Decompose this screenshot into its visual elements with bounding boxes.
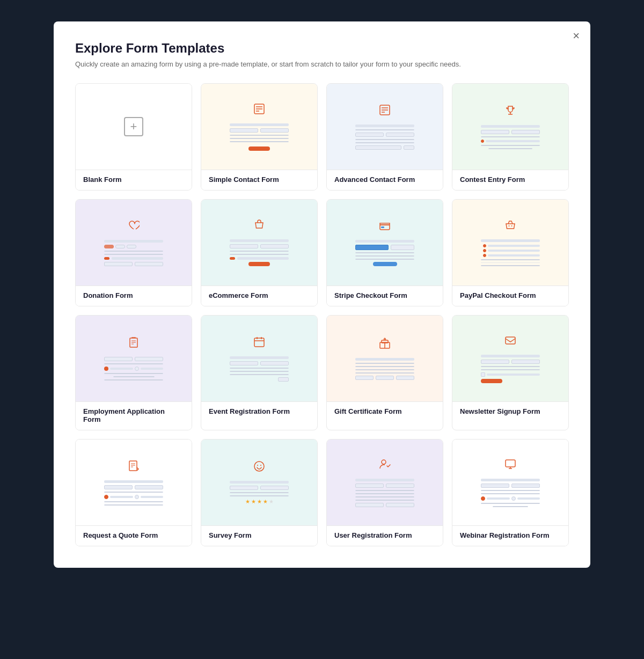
- template-preview-paypal: [452, 200, 568, 285]
- mini-form-contest: [481, 105, 540, 149]
- template-label-event: Event Registration Form: [201, 401, 317, 422]
- mini-form-survey: ★ ★ ★ ★ ★: [230, 460, 289, 504]
- svg-point-11: [509, 225, 510, 226]
- star-4: ★: [263, 499, 268, 504]
- template-card[interactable]: + Blank Form: [75, 83, 192, 191]
- svg-point-29: [254, 462, 264, 471]
- template-label-employment: Employment Application Form: [76, 401, 192, 430]
- modal-overlay[interactable]: × Explore Form Templates Quickly create …: [0, 0, 644, 659]
- svg-point-32: [382, 460, 386, 464]
- form-advanced-icon: [379, 104, 391, 119]
- modal-title: Explore Form Templates: [75, 41, 569, 56]
- template-label-quote: Request a Quote Form: [76, 525, 192, 546]
- template-label-advanced-contact: Advanced Contact Form: [327, 170, 443, 190]
- template-card[interactable]: User Registration Form: [326, 439, 443, 546]
- bag-icon: [253, 219, 265, 234]
- template-card[interactable]: Newsletter Signup Form: [452, 315, 569, 430]
- template-card[interactable]: Employment Application Form: [75, 315, 192, 430]
- mini-form-user-reg: [355, 458, 414, 507]
- template-card[interactable]: PayPal Checkout Form: [452, 199, 569, 306]
- template-preview-user-reg: [327, 440, 443, 525]
- template-preview-quote: [76, 440, 192, 525]
- star-1: ★: [245, 499, 250, 504]
- template-label-contest: Contest Entry Form: [452, 170, 568, 190]
- template-label-blank: Blank Form: [76, 170, 192, 190]
- smile-icon: [253, 460, 265, 475]
- template-card[interactable]: Donation Form: [75, 199, 192, 306]
- modal-subtitle: Quickly create an amazing form by using …: [75, 60, 569, 68]
- template-preview-donation: [76, 200, 192, 285]
- mini-form-simple-contact: [230, 103, 289, 151]
- mini-form-webinar: [481, 458, 540, 507]
- template-card[interactable]: Simple Contact Form: [201, 83, 318, 191]
- template-preview-stripe: [327, 200, 443, 285]
- svg-point-31: [260, 465, 261, 466]
- template-preview-event: [201, 316, 317, 401]
- template-label-simple-contact: Simple Contact Form: [201, 170, 317, 190]
- stripe-icon: [379, 219, 391, 235]
- mini-form-donation: [104, 219, 163, 266]
- star-2: ★: [251, 499, 256, 504]
- mini-form-newsletter: [481, 334, 540, 383]
- mini-form-event: [230, 336, 289, 382]
- monitor-icon: [504, 458, 516, 473]
- svg-point-12: [511, 225, 513, 226]
- template-preview-ecommerce: [201, 200, 317, 285]
- template-label-ecommerce: eCommerce Form: [201, 285, 317, 306]
- template-card[interactable]: Advanced Contact Form: [326, 83, 443, 191]
- star-5: ★: [269, 499, 274, 504]
- svg-rect-25: [129, 461, 137, 471]
- form-icon: [253, 103, 265, 118]
- templates-grid: + Blank Form: [75, 83, 569, 546]
- template-card[interactable]: Request a Quote Form: [75, 439, 192, 546]
- template-preview-advanced-contact: [327, 84, 443, 170]
- template-preview-contest: [452, 84, 568, 170]
- mini-form-ecommerce: [230, 219, 289, 266]
- quote-icon: [128, 460, 140, 475]
- template-card[interactable]: Gift Certificate Form: [326, 315, 443, 430]
- svg-rect-10: [381, 226, 384, 228]
- trophy-icon: [504, 105, 516, 120]
- template-card[interactable]: ★ ★ ★ ★ ★ Survey Form: [201, 439, 318, 546]
- gift-icon: [379, 338, 391, 353]
- mini-form-quote: [104, 460, 163, 506]
- clipboard-icon: [128, 336, 140, 352]
- template-preview-survey: ★ ★ ★ ★ ★: [201, 440, 317, 525]
- template-card[interactable]: eCommerce Form: [201, 199, 318, 306]
- mini-form-advanced-contact: [355, 104, 414, 150]
- newsletter-icon: [504, 334, 516, 349]
- template-card[interactable]: Contest Entry Form: [452, 83, 569, 191]
- blank-add-icon: +: [124, 117, 143, 136]
- mini-form-employment: [104, 336, 163, 380]
- svg-point-30: [257, 465, 258, 466]
- template-label-newsletter: Newsletter Signup Form: [452, 401, 568, 422]
- svg-rect-17: [254, 338, 264, 347]
- template-label-webinar: Webinar Registration Form: [452, 525, 568, 546]
- star-3: ★: [257, 499, 262, 504]
- svg-rect-33: [506, 460, 515, 467]
- mini-form-paypal: [481, 219, 540, 266]
- template-label-user-reg: User Registration Form: [327, 525, 443, 546]
- template-preview-gift: [327, 316, 443, 401]
- svg-rect-24: [506, 337, 515, 344]
- calendar-icon: [253, 336, 265, 351]
- template-preview-newsletter: [452, 316, 568, 401]
- template-card[interactable]: Stripe Checkout Form: [326, 199, 443, 306]
- mini-form-stripe: [355, 219, 414, 266]
- close-button[interactable]: ×: [573, 30, 580, 42]
- template-preview-webinar: [452, 440, 568, 525]
- template-label-donation: Donation Form: [76, 285, 192, 306]
- template-preview-simple-contact: [201, 84, 317, 170]
- template-label-gift: Gift Certificate Form: [327, 401, 443, 422]
- template-preview-employment: [76, 316, 192, 401]
- template-preview-blank: +: [76, 84, 192, 170]
- heart-icon: [128, 219, 140, 235]
- template-label-stripe: Stripe Checkout Form: [327, 285, 443, 306]
- basket-icon: [504, 219, 516, 234]
- user-check-icon: [379, 458, 391, 473]
- template-label-survey: Survey Form: [201, 525, 317, 546]
- template-label-paypal: PayPal Checkout Form: [452, 285, 568, 306]
- template-card[interactable]: Webinar Registration Form: [452, 439, 569, 546]
- template-card[interactable]: Event Registration Form: [201, 315, 318, 430]
- modal: × Explore Form Templates Quickly create …: [54, 21, 590, 568]
